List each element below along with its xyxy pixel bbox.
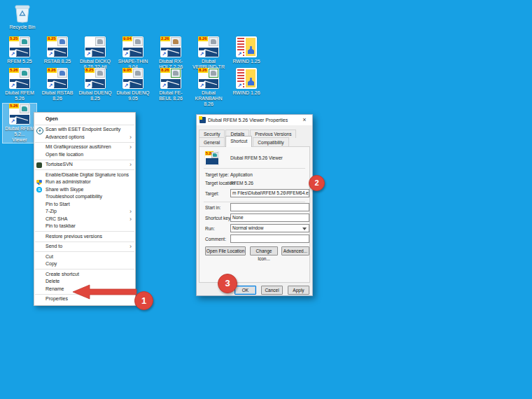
menu-item-troubleshoot-compatibility[interactable]: Troubleshoot compatibility [34, 193, 135, 201]
dlubal-app-icon: 8.26↗ [160, 68, 181, 89]
desktop-icon-rwind-1-25[interactable]: ↗RWIND 1.25 [230, 36, 263, 64]
version-badge: 8.25 [85, 68, 94, 73]
version-badge: 5.26 [9, 68, 19, 73]
menu-item-pin-to-start[interactable]: Pin to Start [34, 201, 135, 209]
advanced-button[interactable]: Advanced... [281, 246, 309, 255]
run-label: Run: [205, 226, 215, 231]
menu-item-label: Delete [46, 279, 59, 284]
desktop-icon-dlubal-rstab-8-26[interactable]: 8.26↗Dlubal RSTAB 8.26 [41, 68, 74, 102]
run-select[interactable]: Normal window [230, 224, 309, 232]
desktop-icon-dlubal-rfem-5-26[interactable]: 5.26↗Dlubal RFEM 5.26 [3, 68, 36, 102]
desktop-icon-dlubal-fe-beul-8-26[interactable]: 8.26↗Dlubal FE-BEUL 8.26 [154, 68, 188, 102]
menu-separator [35, 169, 134, 170]
annotation-step-2: 2 [309, 175, 325, 191]
ok-button[interactable]: OK [234, 286, 256, 295]
menu-item-open-file-location[interactable]: Open file location [34, 151, 135, 159]
desktop-icon-dlubal-rfem-5-2-viewer[interactable]: 5.26↗Dlubal RFEM 5.2... Viewer [3, 104, 36, 143]
desktop-icon-rwind-1-26[interactable]: ↗RWIND 1.26 [230, 68, 263, 96]
menu-item-label: Mit Grafikprozessor ausführen [46, 144, 111, 149]
menu-item-label: Cut [46, 254, 53, 259]
tab-general[interactable]: General [199, 137, 225, 147]
menu-item-label: Copy [46, 261, 57, 266]
desktop-icon-dlubal-duenq-9-05[interactable]: 9.05↗Dlubal DUENQ 9.05 [116, 68, 150, 102]
menu-item-label: Run as administrator [46, 179, 91, 184]
menu-item-create-shortcut[interactable]: Create shortcut [34, 271, 135, 279]
menu-separator [35, 269, 134, 270]
module-glyph-icon [57, 69, 67, 78]
desktop: Recycle Bin 5.25↗RFEM 5.258.25↗RSTAB 8.2… [0, 0, 532, 399]
dlubal-app-icon: 8.25↗ [85, 68, 106, 89]
shortcut-arrow-icon: ↗ [237, 82, 243, 88]
module-glyph-icon [133, 37, 143, 46]
tab-shortcut[interactable]: Shortcut [225, 136, 252, 147]
start-in-input[interactable] [230, 203, 309, 211]
submenu-chevron-icon: › [130, 144, 132, 151]
menu-item-run-as-administrator[interactable]: Run as administrator [34, 178, 135, 186]
menu-item-restore-previous-versions[interactable]: Restore previous versions [34, 233, 135, 241]
module-glyph-icon [209, 69, 218, 78]
desktop-icon-label: Dlubal FE-BEUL 8.26 [154, 90, 188, 102]
menu-item-crc-sha[interactable]: CRC SHA› [34, 216, 135, 223]
annotation-arrow-1 [70, 282, 139, 302]
target-label: Target: [205, 191, 219, 196]
menu-item-share-with-skype[interactable]: SShare with Skype [34, 186, 135, 194]
version-badge: 9.05 [122, 68, 132, 73]
menu-item-tortoisesvn[interactable]: TortoiseSVN› [34, 161, 135, 169]
menu-item-label: Scan with ESET Endpoint Security [46, 127, 120, 132]
menu-item-enable-disable-digital-signature-icons[interactable]: Enable/Disable Digital Signature Icons [34, 172, 135, 179]
desktop-icon-shape-thin-9-04[interactable]: 9.04↗SHAPE-THIN 9.04 [116, 36, 150, 70]
target-input[interactable]: m Files\Dlubal\RFEM 5.26\RFEM64.exe"/Vie… [230, 189, 309, 197]
menu-item-open[interactable]: Open [34, 115, 135, 123]
desktop-icon-dlubal-kranbahn-8-26[interactable]: 8.26↗Dlubal KRANBAHN 8.26 [192, 68, 225, 107]
menu-item-send-to[interactable]: Send to› [34, 243, 135, 251]
menu-item-cut[interactable]: Cut [34, 253, 135, 261]
shortcut-arrow-icon: ↗ [85, 50, 92, 57]
desktop-icon-recycle-bin[interactable]: Recycle Bin [4, 4, 41, 30]
desktop-icon-label: Dlubal DUENQ 9.05 [116, 90, 150, 102]
desktop-icon-dlubal-duenq-8-25[interactable]: 8.25↗Dlubal DUENQ 8.25 [78, 68, 112, 102]
change-icon-button[interactable]: Change Icon... [250, 246, 278, 255]
desktop-icon-rstab-8-25[interactable]: 8.25↗RSTAB 8.25 [41, 36, 74, 64]
menu-item-advanced-options[interactable]: Advanced options› [34, 134, 135, 141]
module-glyph-icon [20, 104, 29, 113]
menu-separator [35, 241, 134, 242]
comment-input[interactable] [230, 234, 309, 243]
menu-item-7-zip[interactable]: 7-Zip› [34, 208, 135, 216]
shortcut-arrow-icon: ↗ [10, 50, 16, 57]
apply-button[interactable]: Apply [288, 286, 309, 295]
submenu-chevron-icon: › [130, 134, 132, 141]
menu-item-pin-to-taskbar[interactable]: Pin to taskbar [34, 223, 135, 230]
module-glyph-icon [95, 69, 105, 78]
app-icon [200, 117, 206, 123]
close-icon[interactable]: × [300, 115, 309, 125]
submenu-chevron-icon: › [130, 161, 132, 169]
dlubal-app-icon: 8.26↗ [198, 36, 219, 57]
comment-label: Comment: [205, 237, 226, 241]
open-file-location-button[interactable]: Open File Location [205, 246, 246, 255]
shortcut-arrow-icon: ↗ [48, 82, 54, 88]
menu-item-copy[interactable]: Copy [34, 260, 135, 268]
target-type-label: Target type: [205, 172, 229, 177]
shortcut-arrow-icon: ↗ [10, 118, 16, 124]
shortcut-arrow-icon: ↗ [123, 82, 130, 88]
tab-compatibility[interactable]: Compatibility [253, 137, 288, 147]
menu-separator [35, 142, 134, 143]
menu-item-label: Pin to Start [46, 202, 70, 206]
chevron-down-icon [302, 227, 307, 230]
module-glyph-icon [57, 37, 67, 46]
desktop-icon-dlubal-dickq-6-76-32-bit[interactable]: ↗Dlubal DICKQ 6.76 32-bit [78, 36, 112, 70]
module-glyph-icon [171, 69, 181, 78]
desktop-icon-label: RWIND 1.26 [230, 90, 263, 96]
version-badge: 8.26 [198, 68, 208, 73]
shortcut-arrow-icon: ↗ [10, 82, 16, 88]
menu-item-mit-grafikprozessor-ausf-hren[interactable]: Mit Grafikprozessor ausführen› [34, 144, 135, 151]
menu-item-label: Create shortcut [46, 272, 79, 276]
version-badge: 8.26 [47, 68, 57, 73]
desktop-icon-rfem-5-25[interactable]: 5.25↗RFEM 5.25 [3, 36, 36, 64]
menu-item-scan-with-eset-endpoint-security[interactable]: eScan with ESET Endpoint Security [34, 126, 135, 134]
shortcut-key-input[interactable]: None [230, 214, 309, 222]
desktop-icon-dlubal-rx-holz-2-26[interactable]: 2.26↗Dlubal RX-HOLZ 2.26 [154, 36, 188, 70]
desktop-icon-label: Dlubal RSTAB 8.26 [41, 90, 74, 102]
dlubal-app-icon: 5.25↗ [9, 36, 30, 57]
cancel-button[interactable]: Cancel [261, 286, 283, 295]
